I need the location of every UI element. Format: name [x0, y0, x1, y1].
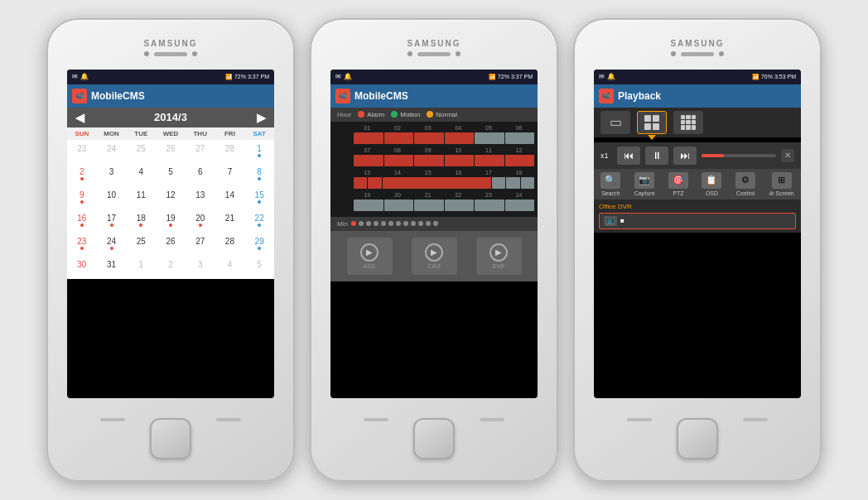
- cal-cell[interactable]: 26: [156, 233, 186, 256]
- cal-cell[interactable]: 24: [97, 233, 127, 256]
- cal-cell[interactable]: 12: [156, 186, 186, 209]
- tl-seg[interactable]: [383, 177, 491, 189]
- tl-seg[interactable]: [354, 132, 383, 144]
- cal-cell[interactable]: 22: [244, 209, 274, 233]
- cal-cell[interactable]: 15: [244, 186, 274, 209]
- tl-seg[interactable]: [506, 177, 519, 189]
- cal-cell[interactable]: 30: [67, 256, 97, 279]
- home-button-1[interactable]: [150, 418, 191, 459]
- cal-cell[interactable]: 25: [126, 140, 156, 163]
- ptz-action[interactable]: 🎯 PTZ: [668, 172, 688, 196]
- tl-seg[interactable]: [354, 200, 383, 211]
- tl-seg[interactable]: [445, 132, 475, 144]
- tl-seg[interactable]: [445, 155, 475, 166]
- tl-seg[interactable]: [475, 155, 504, 166]
- tl-seg[interactable]: [354, 155, 383, 166]
- cal-cell[interactable]: 1: [244, 140, 274, 163]
- tl-seg[interactable]: [384, 132, 414, 144]
- cal-cell[interactable]: 5: [244, 256, 274, 279]
- min-dot[interactable]: [359, 221, 364, 226]
- control-action[interactable]: ⚙ Control: [735, 172, 755, 196]
- capture-action[interactable]: 📷 Capture: [634, 172, 655, 196]
- tl-seg[interactable]: [414, 200, 444, 211]
- menu-button-1[interactable]: [216, 418, 241, 421]
- back-button-3[interactable]: [627, 418, 652, 421]
- cal-cell[interactable]: 25: [126, 233, 156, 256]
- cal-cell[interactable]: 9: [67, 186, 97, 209]
- pause-button[interactable]: ⏸: [645, 147, 668, 165]
- playback-progress-bar[interactable]: [702, 154, 776, 157]
- min-dot[interactable]: [418, 221, 423, 226]
- tl-seg[interactable]: [414, 132, 444, 144]
- menu-button-2[interactable]: [480, 418, 504, 421]
- tl-seg[interactable]: [505, 132, 535, 144]
- cam-button[interactable]: ▶ CAM: [412, 238, 457, 275]
- cal-cell[interactable]: 11: [126, 186, 156, 209]
- cal-cell[interactable]: 21: [215, 209, 245, 233]
- quad-view-button[interactable]: [637, 111, 667, 134]
- min-dot[interactable]: [433, 221, 438, 226]
- dvr-item[interactable]: 📺 ■: [599, 213, 796, 229]
- cal-cell[interactable]: 26: [156, 140, 186, 163]
- prev-month-button[interactable]: ◀: [75, 111, 84, 124]
- cal-cell[interactable]: 31: [97, 256, 127, 279]
- cal-cell[interactable]: 14: [215, 186, 245, 209]
- cal-cell[interactable]: 18: [126, 209, 156, 233]
- tl-seg[interactable]: [505, 155, 535, 166]
- 4screen-action[interactable]: ⊞ 4r Screen: [769, 172, 793, 196]
- cal-cell[interactable]: 5: [156, 163, 186, 186]
- cal-cell[interactable]: 8: [244, 163, 274, 186]
- cal-cell[interactable]: 28: [215, 233, 245, 256]
- menu-button-3[interactable]: [743, 418, 768, 421]
- cal-cell[interactable]: 23: [67, 140, 97, 163]
- tl-seg[interactable]: [445, 200, 475, 211]
- dvr-button[interactable]: ▶ DVR: [476, 238, 522, 275]
- cal-cell[interactable]: 2: [67, 163, 97, 186]
- tl-seg[interactable]: [384, 200, 414, 211]
- cal-cell[interactable]: 13: [186, 186, 215, 209]
- min-dot[interactable]: [403, 221, 408, 226]
- cal-cell[interactable]: 6: [186, 163, 215, 186]
- cal-cell[interactable]: 4: [215, 256, 245, 279]
- cal-cell[interactable]: 17: [97, 209, 127, 233]
- cal-cell[interactable]: 4: [126, 163, 156, 186]
- back-button-2[interactable]: [364, 418, 388, 421]
- tl-seg[interactable]: [475, 132, 504, 144]
- cal-cell[interactable]: 3: [97, 163, 127, 186]
- home-button-3[interactable]: [677, 418, 718, 459]
- min-dot[interactable]: [366, 221, 371, 226]
- close-button[interactable]: ✕: [781, 149, 794, 162]
- min-dot[interactable]: [396, 221, 401, 226]
- cal-cell[interactable]: 27: [186, 233, 215, 256]
- cal-cell[interactable]: 19: [156, 209, 186, 233]
- min-dot[interactable]: [426, 221, 431, 226]
- min-dot[interactable]: [374, 221, 379, 226]
- min-dot[interactable]: [411, 221, 416, 226]
- tl-seg[interactable]: [475, 200, 504, 211]
- cal-cell[interactable]: 2: [156, 256, 186, 279]
- grid9-view-button[interactable]: [673, 111, 703, 134]
- cal-cell[interactable]: 7: [215, 163, 245, 186]
- tl-seg[interactable]: [368, 177, 381, 189]
- cal-cell[interactable]: 28: [215, 140, 245, 163]
- tl-seg[interactable]: [492, 177, 505, 189]
- cal-cell[interactable]: 24: [97, 140, 127, 163]
- back-button-1[interactable]: [100, 418, 125, 421]
- cal-cell[interactable]: 1: [126, 256, 156, 279]
- next-month-button[interactable]: ▶: [257, 111, 266, 124]
- home-button-2[interactable]: [413, 418, 455, 459]
- search-action[interactable]: 🔍 Search: [600, 172, 620, 196]
- cal-cell[interactable]: 16: [67, 209, 97, 233]
- cal-cell[interactable]: 29: [244, 233, 274, 256]
- tl-seg[interactable]: [354, 177, 367, 189]
- cal-cell[interactable]: 20: [186, 209, 215, 233]
- tl-seg[interactable]: [414, 155, 444, 166]
- osd-action[interactable]: 📋 OSD: [702, 172, 721, 196]
- min-dot[interactable]: [388, 221, 393, 226]
- min-dot-active[interactable]: [351, 221, 356, 226]
- forward-button[interactable]: ⏭: [673, 147, 697, 165]
- cal-cell[interactable]: 23: [67, 233, 97, 256]
- add-button[interactable]: ▶ ADD: [347, 238, 393, 275]
- tl-seg[interactable]: [505, 200, 535, 211]
- tl-seg[interactable]: [521, 177, 534, 189]
